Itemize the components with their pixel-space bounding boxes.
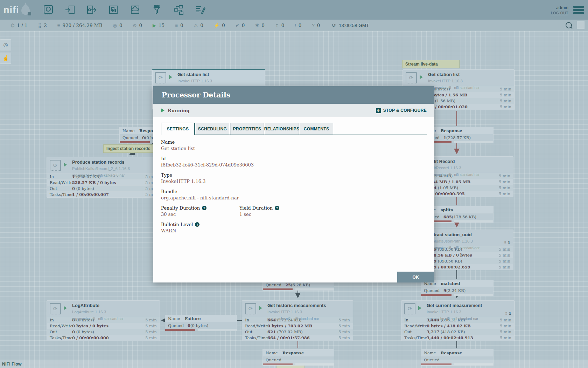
locally-modified-stale-icon: ! <box>295 23 296 28</box>
connection-name-row: NameResponse <box>263 349 334 356</box>
field-penalty-duration: Penalty Duration?30 sec <box>161 205 239 217</box>
help-icon[interactable]: ? <box>195 222 200 227</box>
label-icon[interactable] <box>195 5 205 15</box>
field-type: TypeInvokeHTTP 1.16.3 <box>161 172 357 184</box>
processor-details-dialog: Processor Details Running ⚙ STOP & CONFI… <box>153 86 434 282</box>
field-label: Name <box>161 139 175 145</box>
processor-type: LogAttribute 1.16.3 <box>72 310 106 314</box>
stat-row-read-write: Read/Write0 bytes / 0 bytes5 min <box>47 323 160 329</box>
refresh-status[interactable]: ⟳ 13:00:58 GMT <box>332 22 369 28</box>
field-label: Bulletin Level <box>161 222 193 227</box>
connection-queued-row: Queued25 (6.28 KB) <box>263 281 334 288</box>
processor-bundle: org.apache.nifi - nifi-standard-nar <box>72 317 124 321</box>
processor-type: InvokeHTTP 1.16.3 <box>177 79 212 83</box>
invalid-status: ⚠0 <box>194 22 203 28</box>
stat-row-out: Out0 (0 bytes)5 min <box>47 329 160 335</box>
processor-icon[interactable] <box>43 5 54 15</box>
logout-link[interactable]: LOG OUT <box>551 11 568 15</box>
funnel-icon[interactable] <box>152 5 162 15</box>
dialog-titlebar: Processor Details <box>153 86 434 104</box>
input-port-icon[interactable] <box>65 5 75 15</box>
cluster-grid-icon: ⣿ <box>504 241 506 244</box>
breadcrumb[interactable]: NiFi Flow <box>2 362 22 367</box>
help-icon[interactable]: ? <box>275 206 279 210</box>
tab-relationships[interactable]: RELATIONSHIPS <box>265 123 299 135</box>
tab-comments[interactable]: COMMENTS <box>300 123 333 135</box>
status-count: 0 <box>180 22 183 28</box>
birdseye-toggle-icon[interactable] <box>577 21 584 29</box>
status-count: 0 <box>261 22 265 28</box>
search-icon[interactable] <box>566 22 572 28</box>
cluster-grid-icon: ⣿ <box>505 312 507 315</box>
field-value: 1 sec <box>239 212 318 217</box>
output-port-icon[interactable] <box>86 5 97 15</box>
field-label: Type <box>161 172 172 178</box>
canvas-label-stream-live-data[interactable]: Stream live-data <box>402 60 460 68</box>
field-name: NameGet station list <box>161 139 357 151</box>
tab-settings[interactable]: SETTINGS <box>161 123 195 135</box>
refresh-icon[interactable]: ⟳ <box>332 22 336 28</box>
status-count: 0 <box>119 22 122 28</box>
last-refresh-time: 13:00:58 GMT <box>339 23 369 28</box>
stat-row-tasks-time: Tasks/Time0 / 00:00:00.0005 min <box>47 335 160 341</box>
running-icon: ▶ <box>153 23 156 28</box>
processor-type: EvaluateJsonPath 1.16.3 <box>428 239 473 243</box>
process-group-icon[interactable] <box>108 5 119 15</box>
stat-row-tasks-time: Tasks/Time664 / 00:01:57.9865 min <box>242 335 353 341</box>
component-palette <box>43 5 205 15</box>
global-menu-icon[interactable] <box>573 6 584 14</box>
field-label: Bundle <box>161 189 177 194</box>
processor-type: PublishKafkaRecord_2_6 1.16.3 <box>72 166 130 171</box>
threads-icon: ⣿ <box>38 23 42 28</box>
processor-bundle: org.apache.nifi - nifi-standard-nar <box>267 317 319 321</box>
stop-configure-icon: ⚙ <box>376 108 381 113</box>
processor-get-current-measurement[interactable]: ⟳Get current measurementInvokeHTTP 1.16.… <box>401 300 514 341</box>
processor-name: LogAttribute <box>72 303 99 308</box>
processor-logattribute[interactable]: ⟳LogAttributeLogAttribute 1.16.3org.apac… <box>47 300 160 341</box>
processor-produce-station-records[interactable]: ⟳Produce station recordsPublishKafkaReco… <box>47 157 160 198</box>
processor-icon: ⟳ <box>245 303 256 314</box>
processor-icon: ⟳ <box>406 72 417 83</box>
field-label: Yield Duration <box>239 205 273 211</box>
status-count: 920 / 264.29 MB <box>62 22 102 28</box>
field-value: 30 sec <box>161 212 239 217</box>
stat-row-tasks-time: Tasks/Time3,440 / 00:02:40.9135 min <box>401 335 514 341</box>
field-yield-duration: Yield Duration?1 sec <box>239 205 318 217</box>
connection-label-failure[interactable]: NameFailureQueued0 (0 bytes) <box>165 315 237 331</box>
remote-process-group-icon[interactable] <box>130 5 140 15</box>
stopped-icon: ■ <box>175 23 178 28</box>
field-value: f8fbeb32-fc46-31cf-829d-074d09e36603 <box>161 162 357 168</box>
field-value: WARN <box>161 228 239 233</box>
queue-load-bars <box>165 329 237 331</box>
tab-properties[interactable]: PROPERTIES <box>230 123 264 135</box>
processor-icon: ⟳ <box>404 303 415 314</box>
cluster-node-badge: ⣿1 <box>504 240 510 245</box>
template-icon[interactable] <box>173 5 184 15</box>
navigate-palette-icon[interactable]: ◎ <box>0 39 11 50</box>
processor-type: InvokeHTTP 1.16.3 <box>428 79 463 83</box>
sync-failure-status: ?0 <box>312 22 320 28</box>
nifi-drop-icon <box>21 5 30 15</box>
status-count: 15 <box>159 22 164 28</box>
tab-scheduling[interactable]: SCHEDULING <box>196 123 229 135</box>
operate-palette-icon[interactable]: ☝ <box>0 53 11 64</box>
dialog-title: Processor Details <box>162 91 230 99</box>
ok-button[interactable]: OK <box>397 272 434 282</box>
invalid-icon: ⚠ <box>194 23 198 28</box>
processor-icon: ⟳ <box>50 303 61 314</box>
running-state-icon <box>418 306 421 310</box>
connection-name-row: NameFailure <box>165 315 237 322</box>
nifi-logo-text: nifi <box>4 5 19 15</box>
processor-name: Extract station_uuid <box>428 232 472 237</box>
up-to-date-icon: ✔ <box>236 23 239 28</box>
cluster-node-badge: ⣿1 <box>505 311 511 316</box>
field-bundle: Bundleorg.apache.nifi - nifi-standard-na… <box>161 189 357 200</box>
field-id: Idf8fbeb32-fc46-31cf-829d-074d09e36603 <box>161 156 357 168</box>
locally-modified-icon: ✱ <box>255 23 259 28</box>
status-count: 0 <box>222 22 225 28</box>
processor-get-historic-measurements[interactable]: ⟳Get historic measurementsInvokeHTTP 1.1… <box>242 300 353 341</box>
disabled-icon: ⚡ <box>214 23 219 28</box>
help-icon[interactable]: ? <box>202 206 206 210</box>
stopped-status: ■0 <box>175 22 183 28</box>
stop-and-configure-button[interactable]: ⚙ STOP & CONFIGURE <box>376 108 427 113</box>
